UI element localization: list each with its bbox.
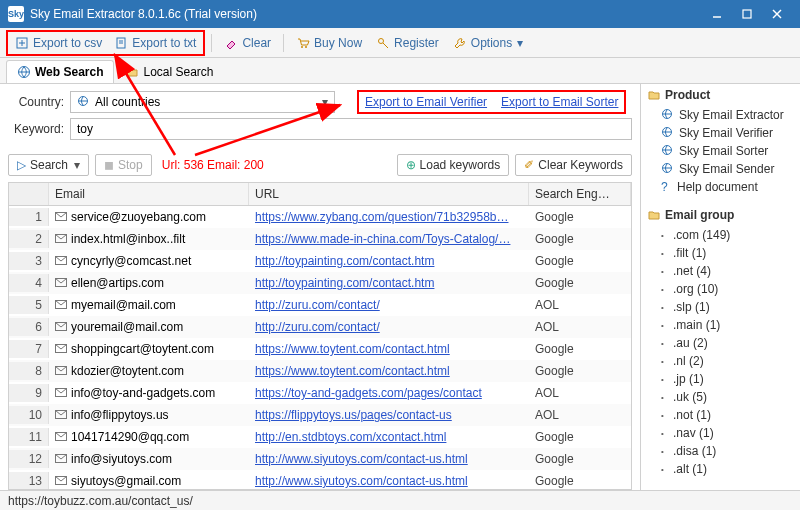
- table-row[interactable]: 12 info@siyutoys.com http://www.siyutoys…: [9, 448, 631, 470]
- table-row[interactable]: 5 myemail@mail.com http://zuru.com/conta…: [9, 294, 631, 316]
- email-cell: youremail@mail.com: [49, 318, 249, 336]
- country-select[interactable]: All countries ▾: [70, 91, 335, 113]
- product-item-label: Help document: [677, 180, 758, 194]
- table-row[interactable]: 11 1041714290@qq.com http://en.stdbtoys.…: [9, 426, 631, 448]
- stop-button[interactable]: ◼ Stop: [95, 154, 152, 176]
- folder-icon: [647, 208, 661, 222]
- app-logo-icon: Sky: [8, 6, 24, 22]
- results-grid: Email URL Search Eng… 1 service@zuoyeban…: [8, 182, 632, 490]
- email-group-item[interactable]: •.nav (1): [647, 424, 794, 442]
- engine-cell: Google: [529, 362, 631, 380]
- table-row[interactable]: 1 service@zuoyebang.com https://www.zyba…: [9, 206, 631, 228]
- envelope-icon: [55, 212, 67, 222]
- product-header[interactable]: Product: [647, 88, 794, 102]
- clear-keywords-button[interactable]: ✐ Clear Keywords: [515, 154, 632, 176]
- maximize-button[interactable]: [732, 4, 762, 24]
- table-row[interactable]: 4 ellen@artips.com http://toypainting.co…: [9, 272, 631, 294]
- grid-body[interactable]: 1 service@zuoyebang.com https://www.zyba…: [9, 206, 631, 489]
- email-group-item[interactable]: •.net (4): [647, 262, 794, 280]
- url-cell[interactable]: https://www.made-in-china.com/Toys-Catal…: [249, 230, 529, 248]
- email-group-item[interactable]: •.au (2): [647, 334, 794, 352]
- search-button[interactable]: ▷ Search ▾: [8, 154, 89, 176]
- export-txt-button[interactable]: Export to txt: [108, 33, 202, 53]
- email-cell: 1041714290@qq.com: [49, 428, 249, 446]
- bullet-icon: •: [661, 303, 669, 312]
- export-verifier-link[interactable]: Export to Email Verifier: [365, 95, 487, 109]
- col-engine-header[interactable]: Search Eng…: [529, 183, 631, 205]
- table-row[interactable]: 8 kdozier@toytent.com https://www.toyten…: [9, 360, 631, 382]
- url-cell[interactable]: http://toypainting.com/contact.htm: [249, 274, 529, 292]
- email-cell: info@flippytoys.us: [49, 406, 249, 424]
- register-button[interactable]: Register: [370, 33, 445, 53]
- email-group-label: .slp (1): [673, 300, 710, 314]
- product-item-label: Sky Email Sorter: [679, 144, 768, 158]
- email-group-item[interactable]: •.com (149): [647, 226, 794, 244]
- tab-web-search[interactable]: Web Search: [6, 60, 114, 83]
- email-group-label: .not (1): [673, 408, 711, 422]
- row-number: 1: [9, 208, 49, 226]
- envelope-icon: [55, 476, 67, 486]
- product-item[interactable]: ?Help document: [647, 178, 794, 196]
- table-row[interactable]: 3 cyncyrly@comcast.net http://toypaintin…: [9, 250, 631, 272]
- table-row[interactable]: 13 siyutoys@gmail.com http://www.siyutoy…: [9, 470, 631, 489]
- url-cell[interactable]: http://www.siyutoys.com/contact-us.html: [249, 472, 529, 489]
- url-cell[interactable]: https://flippytoys.us/pages/contact-us: [249, 406, 529, 424]
- bullet-icon: •: [661, 231, 669, 240]
- email-group-item[interactable]: •.jp (1): [647, 370, 794, 388]
- engine-cell: Google: [529, 450, 631, 468]
- table-row[interactable]: 2 index.html@inbox..filt https://www.mad…: [9, 228, 631, 250]
- email-group-item[interactable]: •.nl (2): [647, 352, 794, 370]
- email-group-item[interactable]: •.not (1): [647, 406, 794, 424]
- product-item[interactable]: Sky Email Extractor: [647, 106, 794, 124]
- col-url-header[interactable]: URL: [249, 183, 529, 205]
- bullet-icon: •: [661, 321, 669, 330]
- email-group-label: .uk (5): [673, 390, 707, 404]
- keyword-value: toy: [77, 122, 93, 136]
- table-row[interactable]: 6 youremail@mail.com http://zuru.com/con…: [9, 316, 631, 338]
- export-csv-button[interactable]: Export to csv: [9, 33, 108, 53]
- product-item[interactable]: Sky Email Verifier: [647, 124, 794, 142]
- col-email-header[interactable]: Email: [49, 183, 249, 205]
- engine-cell: Google: [529, 252, 631, 270]
- bullet-icon: •: [661, 285, 669, 294]
- url-cell[interactable]: http://zuru.com/contact/: [249, 318, 529, 336]
- email-group-item[interactable]: •.alt (1): [647, 460, 794, 478]
- url-cell[interactable]: https://www.zybang.com/question/71b32958…: [249, 208, 529, 226]
- url-cell[interactable]: http://zuru.com/contact/: [249, 296, 529, 314]
- export-sorter-link[interactable]: Export to Email Sorter: [501, 95, 618, 109]
- product-item[interactable]: Sky Email Sorter: [647, 142, 794, 160]
- options-button[interactable]: Options ▾: [447, 33, 530, 53]
- email-group-item[interactable]: •.slp (1): [647, 298, 794, 316]
- url-cell[interactable]: http://toypainting.com/contact.htm: [249, 252, 529, 270]
- load-keywords-button[interactable]: ⊕ Load keywords: [397, 154, 510, 176]
- tab-local-search[interactable]: Local Search: [114, 60, 224, 83]
- clear-button[interactable]: Clear: [218, 33, 277, 53]
- envelope-icon: [55, 278, 67, 288]
- load-keywords-label: Load keywords: [420, 158, 501, 172]
- url-cell[interactable]: http://en.stdbtoys.com/xcontact.html: [249, 428, 529, 446]
- email-group-item[interactable]: •.disa (1): [647, 442, 794, 460]
- url-cell[interactable]: https://www.toytent.com/contact.html: [249, 340, 529, 358]
- key-icon: [376, 36, 390, 50]
- url-cell[interactable]: https://www.toytent.com/contact.html: [249, 362, 529, 380]
- svg-point-8: [301, 46, 303, 48]
- table-row[interactable]: 9 info@toy-and-gadgets.com https://toy-a…: [9, 382, 631, 404]
- table-row[interactable]: 10 info@flippytoys.us https://flippytoys…: [9, 404, 631, 426]
- row-number: 6: [9, 318, 49, 336]
- table-row[interactable]: 7 shoppingcart@toytent.com https://www.t…: [9, 338, 631, 360]
- product-item[interactable]: Sky Email Sender: [647, 160, 794, 178]
- main-toolbar: Export to csv Export to txt Clear Buy No…: [0, 28, 800, 58]
- keyword-input[interactable]: toy: [70, 118, 632, 140]
- email-group-item[interactable]: •.main (1): [647, 316, 794, 334]
- close-button[interactable]: [762, 4, 792, 24]
- email-group-header[interactable]: Email group: [647, 208, 794, 222]
- email-group-item[interactable]: •.uk (5): [647, 388, 794, 406]
- url-cell[interactable]: http://www.siyutoys.com/contact-us.html: [249, 450, 529, 468]
- export-txt-icon: [114, 36, 128, 50]
- minimize-button[interactable]: [702, 4, 732, 24]
- url-cell[interactable]: https://toy-and-gadgets.com/pages/contac…: [249, 384, 529, 402]
- buy-button[interactable]: Buy Now: [290, 33, 368, 53]
- email-group-item[interactable]: •.filt (1): [647, 244, 794, 262]
- email-group-item[interactable]: •.org (10): [647, 280, 794, 298]
- titlebar: Sky Sky Email Extractor 8.0.1.6c (Trial …: [0, 0, 800, 28]
